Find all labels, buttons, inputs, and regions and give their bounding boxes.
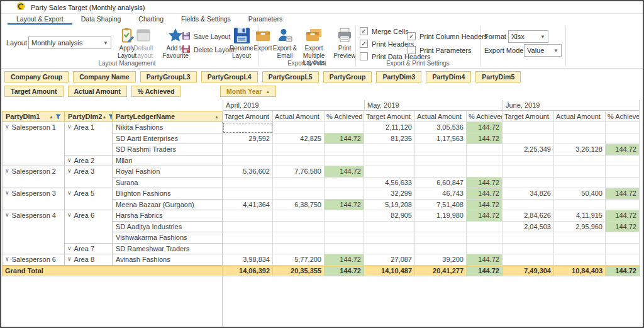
pivot-cell[interactable]: 2,04,503 (502, 222, 554, 233)
pivot-cell[interactable]: 144.72 (325, 200, 364, 211)
pivot-cell[interactable] (415, 222, 467, 233)
pivot-cell[interactable] (364, 232, 415, 244)
pivot-cell[interactable] (273, 156, 325, 167)
pivot-cell[interactable]: 2,11,120 (364, 122, 415, 133)
format-select[interactable]: Xlsx▼ (508, 30, 548, 43)
pivot-cell[interactable]: 144.72 (325, 133, 364, 145)
pivot-cell[interactable]: 39,200 (415, 254, 467, 266)
row-header-partydim2[interactable]: PartyDim2▲ (65, 111, 113, 122)
field-chip-achieved[interactable]: % Achieved (131, 86, 181, 97)
pivot-cell[interactable]: 144.72 (606, 222, 640, 233)
column-header-may-2019-achieved[interactable]: % Achieved (467, 111, 502, 122)
pivot-cell[interactable] (606, 254, 640, 266)
pivot-cell[interactable]: 6,60,847 (415, 178, 467, 189)
pivot-cell[interactable] (325, 244, 364, 255)
pivot-cell[interactable]: 4,41,364 (223, 200, 273, 211)
pivot-cell[interactable] (554, 244, 606, 255)
pivot-cell[interactable] (606, 232, 640, 244)
checkbox-print-column-headers[interactable]: ✓Print Column Headers (408, 32, 487, 40)
field-chip-actual-amount[interactable]: Actual Amount (68, 86, 127, 97)
row-group-area[interactable]: ∨Area 3 (65, 166, 113, 188)
row-group-area[interactable]: ∨Area 7 (65, 244, 113, 255)
field-chip-partygroupl3[interactable]: PartyGroupL3 (140, 71, 197, 82)
pivot-cell[interactable] (325, 222, 364, 233)
pivot-cell[interactable] (467, 244, 502, 255)
pivot-cell[interactable] (467, 144, 502, 156)
pivot-cell[interactable]: 144.72 (467, 210, 502, 222)
pivot-cell[interactable] (467, 222, 502, 233)
column-header-june-2019-achieved[interactable]: % Achieved (606, 111, 640, 122)
pivot-cell[interactable] (325, 122, 364, 133)
pivot-cell[interactable] (554, 232, 606, 244)
column-header-april-2019-target-amount[interactable]: Target Amount (223, 111, 273, 122)
pivot-cell[interactable] (273, 232, 325, 244)
save-layout-button[interactable]: Save Layout (182, 31, 230, 42)
pivot-cell[interactable] (223, 222, 273, 233)
pivot-cell[interactable]: 81,235 (364, 133, 415, 145)
pivot-cell[interactable]: 144.72 (606, 210, 640, 222)
pivot-cell[interactable] (364, 156, 415, 167)
row-group-salesperson[interactable]: ∨Salesperson 6 (2, 254, 65, 266)
pivot-cell[interactable]: 144.72 (467, 178, 502, 189)
column-header-june-2019-target-amount[interactable]: Target Amount (502, 111, 554, 122)
pivot-cell[interactable]: 144.72 (467, 200, 502, 211)
pivot-cell[interactable] (467, 166, 502, 178)
row-group-salesperson[interactable]: ∨Salesperson 2 (2, 166, 65, 188)
pivot-cell[interactable] (223, 232, 273, 244)
field-chip-partydim5[interactable]: PartyDim5 (475, 71, 521, 82)
pivot-cell[interactable]: 42,825 (273, 133, 325, 145)
pivot-cell[interactable]: 1,17,563 (415, 133, 467, 145)
export-email-button[interactable]: Export & Email (272, 26, 297, 59)
row-group-salesperson[interactable]: ∨Salesperson 3 (2, 188, 65, 210)
pivot-cell[interactable] (325, 156, 364, 167)
pivot-cell[interactable] (606, 244, 640, 255)
pivot-cell[interactable] (273, 222, 325, 233)
pivot-cell[interactable]: 27,087 (364, 254, 415, 266)
pivot-cell[interactable] (273, 122, 325, 133)
print-preview-button[interactable]: Print Preview (331, 26, 358, 59)
pivot-cell[interactable] (606, 166, 640, 178)
field-chip-target-amount[interactable]: Target Amount (4, 86, 64, 97)
row-group-area[interactable]: ∨Area 2 (65, 156, 113, 167)
pivot-cell[interactable] (325, 144, 364, 156)
row-group-area[interactable]: ∨Area 5 (65, 188, 113, 210)
pivot-cell[interactable] (502, 133, 554, 145)
column-header-may-2019-actual-amount[interactable]: Actual Amount (415, 111, 467, 122)
pivot-cell[interactable] (502, 156, 554, 167)
field-chip-partygroup[interactable]: PartyGroup (323, 71, 372, 82)
pivot-cell[interactable] (502, 200, 554, 211)
pivot-cell[interactable] (273, 210, 325, 222)
pivot-cell[interactable]: 144.72 (606, 144, 640, 156)
pivot-cell[interactable]: 3,05,536 (415, 122, 467, 133)
pivot-cell[interactable]: 3,98,834 (223, 254, 273, 266)
pivot-cell[interactable] (554, 166, 606, 178)
pivot-cell[interactable] (415, 144, 467, 156)
pivot-cell[interactable] (502, 244, 554, 255)
tab-layout-export[interactable]: Layout & Export (8, 14, 72, 25)
field-chip-partygroupl4[interactable]: PartyGroupL4 (201, 71, 258, 82)
pivot-cell[interactable] (415, 156, 467, 167)
pivot-cell[interactable]: 2,84,626 (502, 210, 554, 222)
pivot-cell[interactable] (415, 244, 467, 255)
tab-charting[interactable]: Charting (130, 14, 172, 25)
pivot-cell[interactable] (223, 122, 273, 133)
pivot-cell[interactable]: 7,51,408 (415, 200, 467, 211)
pivot-cell[interactable] (502, 232, 554, 244)
month-group-header-april-2019[interactable]: April, 2019 (223, 100, 364, 111)
pivot-cell[interactable]: 50,400 (554, 188, 606, 200)
row-group-area[interactable]: ∨Area 6 (65, 210, 113, 244)
tab-parameters[interactable]: Parameters (240, 14, 291, 25)
column-header-april-2019-achieved[interactable]: % Achieved (325, 111, 364, 122)
pivot-cell[interactable]: 29,592 (223, 133, 273, 145)
pivot-cell[interactable]: 46,743 (415, 188, 467, 200)
pivot-cell[interactable] (223, 156, 273, 167)
row-group-salesperson[interactable]: ∨Salesperson 1 (2, 122, 65, 166)
pivot-cell[interactable] (223, 210, 273, 222)
pivot-cell[interactable]: 7,76,580 (273, 166, 325, 178)
column-header-april-2019-actual-amount[interactable]: Actual Amount (273, 111, 325, 122)
pivot-cell[interactable] (467, 156, 502, 167)
pivot-cell[interactable] (364, 222, 415, 233)
pivot-cell[interactable]: 5,19,208 (364, 200, 415, 211)
default-layout-button[interactable]: Default Layout (128, 26, 159, 59)
pivot-cell[interactable] (273, 188, 325, 200)
